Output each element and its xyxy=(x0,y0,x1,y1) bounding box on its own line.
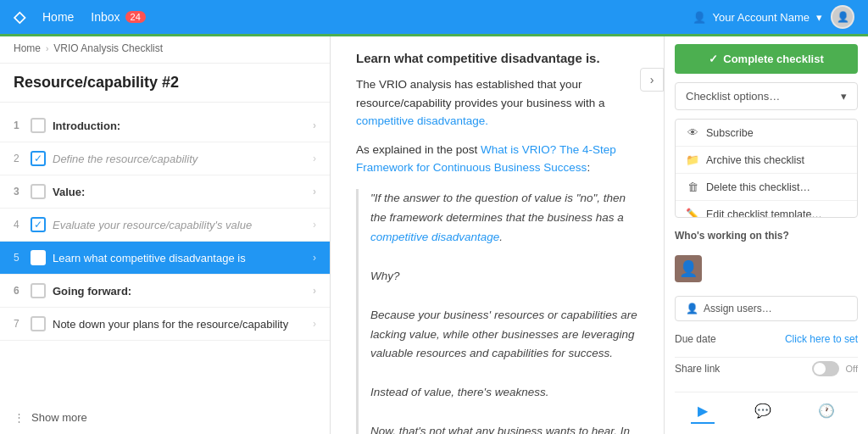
checklist-item-3[interactable]: 3 Value: › xyxy=(0,175,330,209)
item-check-4 xyxy=(31,217,46,232)
delete-option[interactable]: 🗑 Delete this checklist… xyxy=(676,174,857,201)
breadcrumb-checklist: VRIO Analysis Checklist xyxy=(53,42,163,54)
play-tab-icon[interactable]: ▶ xyxy=(691,399,715,424)
item-num-2: 2 xyxy=(14,153,31,164)
archive-option[interactable]: 📁 Archive this checklist xyxy=(676,147,857,174)
content-title: Learn what competitive disadvantage is. xyxy=(356,51,638,65)
instead-text: Instead of value, there's weakness. xyxy=(370,383,638,403)
options-dropdown: 👁 Subscribe 📁 Archive this checklist 🗑 D… xyxy=(675,119,858,218)
show-more-dots-icon: ⋮ xyxy=(14,411,25,424)
breadcrumb: Home › VRIO Analysis Checklist xyxy=(0,34,330,64)
toggle-knob xyxy=(814,363,826,375)
logo-icon: ◇ xyxy=(14,8,25,26)
content-para2: As explained in the post What is VRIO? T… xyxy=(356,141,638,177)
chevron-down-icon: ▾ xyxy=(841,90,847,103)
account-menu[interactable]: 👤 Your Account Name ▾ xyxy=(693,11,822,24)
item-label-5: Learn what competitive disadvantage is xyxy=(53,252,313,264)
item-chevron-7: › xyxy=(313,318,316,330)
checklist-item-6[interactable]: 6 Going forward: › xyxy=(0,275,330,308)
checklist-item-5[interactable]: 5 Learn what competitive disadvantage is… xyxy=(0,242,330,275)
user-avatar[interactable]: 👤 xyxy=(831,5,854,29)
account-name: Your Account Name xyxy=(713,11,810,24)
eye-icon: 👁 xyxy=(686,126,699,139)
item-num-5: 5 xyxy=(14,252,31,264)
trash-icon: 🗑 xyxy=(686,181,699,193)
item-label-4: Evaluate your resource/capability's valu… xyxy=(53,219,313,231)
item-check-1 xyxy=(31,118,46,133)
item-chevron-6: › xyxy=(313,285,316,297)
checklist-options-label: Checklist options… xyxy=(686,90,780,103)
why-text: Why? xyxy=(370,267,638,287)
collapse-panel-button[interactable]: › xyxy=(640,68,664,92)
because-text: Because your business' resources or capa… xyxy=(370,306,638,364)
item-check-2 xyxy=(31,151,46,166)
share-link-row: Share link Off xyxy=(675,357,858,380)
item-check-5 xyxy=(31,250,46,265)
progress-bar xyxy=(0,34,868,36)
edit-icon: ✏️ xyxy=(686,208,699,218)
subscribe-option[interactable]: 👁 Subscribe xyxy=(676,120,857,147)
item-check-3 xyxy=(31,184,46,199)
complete-btn-label: Complete checklist xyxy=(723,53,824,65)
item-chevron-1: › xyxy=(313,120,316,131)
user-avatar-icon: 👤 xyxy=(679,259,698,278)
chat-tab-icon[interactable]: 💬 xyxy=(748,399,778,424)
bottom-tabs: ▶ 💬 🕐 xyxy=(675,392,858,424)
account-icon: 👤 xyxy=(693,11,706,24)
due-date-label: Due date xyxy=(675,333,716,345)
competitive-disadvantage-link-1[interactable]: competitive disadvantage. xyxy=(356,114,488,127)
competitive-disadvantage-link-2[interactable]: competitive disadvantage xyxy=(370,231,499,243)
item-chevron-2: › xyxy=(313,153,316,164)
breadcrumb-sep1: › xyxy=(46,44,48,53)
archive-label: Archive this checklist xyxy=(706,154,804,166)
history-tab-icon[interactable]: 🕐 xyxy=(811,399,842,424)
item-label-3: Value: xyxy=(53,186,313,198)
share-toggle-area: Off xyxy=(812,361,858,376)
inbox-nav-link[interactable]: Inbox 24 xyxy=(91,10,146,24)
edit-label: Edit checklist template… xyxy=(706,209,822,219)
working-users-list: 👤 xyxy=(675,250,858,287)
item-num-4: 4 xyxy=(14,219,31,231)
due-date-link[interactable]: Click here to set xyxy=(785,333,858,345)
complete-checklist-button[interactable]: ✓ Complete checklist xyxy=(675,44,858,74)
item-num-7: 7 xyxy=(14,318,31,330)
content-para1: The VRIO analysis has established that y… xyxy=(356,75,638,131)
page-title: Resource/capability #2 xyxy=(0,64,330,103)
item-check-7 xyxy=(31,316,46,331)
home-nav-link[interactable]: Home xyxy=(42,10,74,24)
right-panel: ✓ Complete checklist Checklist options… … xyxy=(665,34,868,434)
assign-users-button[interactable]: 👤 Assign users… xyxy=(675,296,858,321)
inbox-label: Inbox xyxy=(91,10,120,24)
checklist-item-2[interactable]: 2 Define the resource/capability › xyxy=(0,142,330,175)
item-label-1: Introduction: xyxy=(53,120,313,132)
item-num-1: 1 xyxy=(14,120,31,131)
item-label-7: Note down your plans for the resource/ca… xyxy=(53,318,313,331)
show-more-button[interactable]: ⋮ Show more xyxy=(0,401,330,434)
item-num-6: 6 xyxy=(14,285,31,297)
checklist-item-1[interactable]: 1 Introduction: › xyxy=(0,109,330,142)
working-user-avatar: 👤 xyxy=(675,255,702,282)
due-date-row: Due date Click here to set xyxy=(675,330,858,348)
center-panel: › Learn what competitive disadvantage is… xyxy=(331,34,665,434)
person-icon: 👤 xyxy=(686,303,698,314)
edit-template-option[interactable]: ✏️ Edit checklist template… xyxy=(676,201,857,218)
toggle-off-label: Off xyxy=(846,364,858,374)
content-blockquote: "If the answer to the question of value … xyxy=(356,189,638,434)
checklist-options-button[interactable]: Checklist options… ▾ xyxy=(675,82,858,110)
share-link-label: Share link xyxy=(675,363,720,375)
item-check-6 xyxy=(31,283,46,298)
breadcrumb-home[interactable]: Home xyxy=(14,42,41,54)
share-toggle[interactable] xyxy=(812,361,839,376)
left-panel: Home › VRIO Analysis Checklist Resource/… xyxy=(0,34,331,434)
item-chevron-3: › xyxy=(313,186,316,198)
checklist-item-7[interactable]: 7 Note down your plans for the resource/… xyxy=(0,308,330,341)
inbox-badge: 24 xyxy=(125,11,146,23)
item-label-6: Going forward: xyxy=(53,285,313,298)
checklist-item-4[interactable]: 4 Evaluate your resource/capability's va… xyxy=(0,209,330,242)
now-text: Now, that's not what any business wants … xyxy=(370,422,638,434)
item-label-2: Define the resource/capability xyxy=(53,153,313,165)
show-more-label: Show more xyxy=(31,411,87,424)
archive-icon: 📁 xyxy=(686,153,699,166)
account-chevron-icon: ▾ xyxy=(816,11,822,24)
checkmark-icon: ✓ xyxy=(709,53,718,65)
